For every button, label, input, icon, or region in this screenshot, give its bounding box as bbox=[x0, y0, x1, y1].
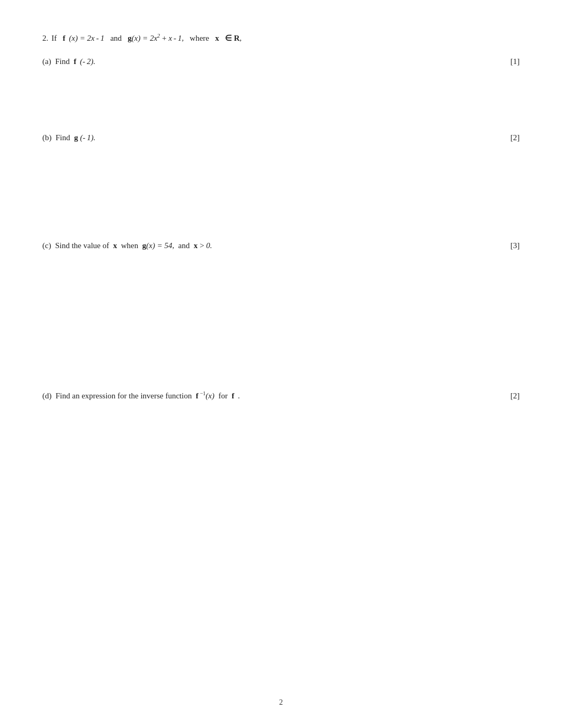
part-b-find: Find bbox=[56, 133, 72, 142]
where-text: where bbox=[190, 34, 210, 42]
gx-expr: (x) = 2x2 + x - 1, bbox=[132, 34, 184, 42]
question-text: If f (x) = 2x - 1 and g(x) = 2x2 + x - 1… bbox=[51, 32, 241, 44]
part-d-label: (d) bbox=[42, 392, 53, 400]
question-number: 2. bbox=[42, 34, 48, 43]
part-d-for: for bbox=[216, 392, 230, 400]
space5 bbox=[211, 34, 213, 42]
part-a: (a) Find f (- 2). [1] bbox=[42, 55, 520, 68]
part-b-label: (b) bbox=[42, 133, 53, 142]
x-bold: x bbox=[215, 34, 219, 42]
comma: , bbox=[240, 34, 242, 42]
part-c-when: when bbox=[119, 241, 140, 250]
part-c-label: (c) bbox=[42, 241, 53, 250]
part-c: (c) Sind the value of x when g(x) = 54, … bbox=[42, 239, 520, 252]
part-c-sind: Sind the value of bbox=[55, 241, 111, 250]
part-d-inv: f −1(x) bbox=[196, 392, 216, 400]
element-symbol: ∈ bbox=[225, 34, 232, 42]
part-d-period: . bbox=[237, 392, 240, 400]
f-bold: f bbox=[63, 34, 66, 42]
part-b: (b) Find g (- 1). [2] bbox=[42, 131, 520, 144]
fx-definition: f (x) = 2x - 1 bbox=[63, 34, 106, 42]
part-b-marks: [2] bbox=[511, 133, 520, 142]
part-c-gx: g(x) = 54, bbox=[142, 241, 176, 250]
page: 2. If f (x) = 2x - 1 and g(x) = 2x2 + x … bbox=[0, 0, 562, 728]
part-d-text: (d) Find an expression for the inverse f… bbox=[42, 389, 500, 402]
and-word: and bbox=[110, 34, 122, 42]
part-b-g: g bbox=[74, 133, 78, 142]
part-d-f2: f bbox=[232, 392, 234, 400]
part-a-marks: [1] bbox=[511, 57, 520, 66]
part-c-x: x bbox=[113, 241, 117, 250]
part-c-text: (c) Sind the value of x when g(x) = 54, … bbox=[42, 239, 500, 252]
gx-definition: g(x) = 2x2 + x - 1, bbox=[128, 34, 186, 42]
space2 bbox=[106, 34, 108, 42]
space bbox=[59, 34, 61, 42]
question-header: 2. If f (x) = 2x - 1 and g(x) = 2x2 + x … bbox=[42, 32, 520, 44]
part-d: (d) Find an expression for the inverse f… bbox=[42, 389, 520, 402]
part-b-text: (b) Find g (- 1). bbox=[42, 131, 500, 144]
part-a-f: f bbox=[74, 57, 76, 66]
part-b-arg: (- 1). bbox=[80, 133, 95, 142]
part-a-find: Find bbox=[55, 57, 71, 66]
part-a-text: (a) Find f (- 2). bbox=[42, 55, 500, 68]
fx-expr: (x) = 2x - 1 bbox=[67, 34, 104, 42]
part-c-and: and bbox=[176, 241, 192, 250]
part-c-cond: x > 0. bbox=[194, 241, 212, 250]
page-number: 2 bbox=[279, 698, 283, 707]
space6 bbox=[221, 34, 223, 42]
g-bold: g bbox=[128, 34, 132, 42]
part-c-marks: [3] bbox=[511, 241, 520, 250]
part-d-find: Find an expression for the inverse funct… bbox=[56, 392, 194, 400]
part-a-arg: (- 2). bbox=[78, 57, 95, 66]
space4 bbox=[186, 34, 188, 42]
space3 bbox=[124, 34, 126, 42]
part-d-marks: [2] bbox=[511, 392, 520, 401]
if-text: If bbox=[51, 34, 57, 42]
part-a-label: (a) bbox=[42, 57, 53, 66]
real-set: R bbox=[234, 34, 240, 42]
